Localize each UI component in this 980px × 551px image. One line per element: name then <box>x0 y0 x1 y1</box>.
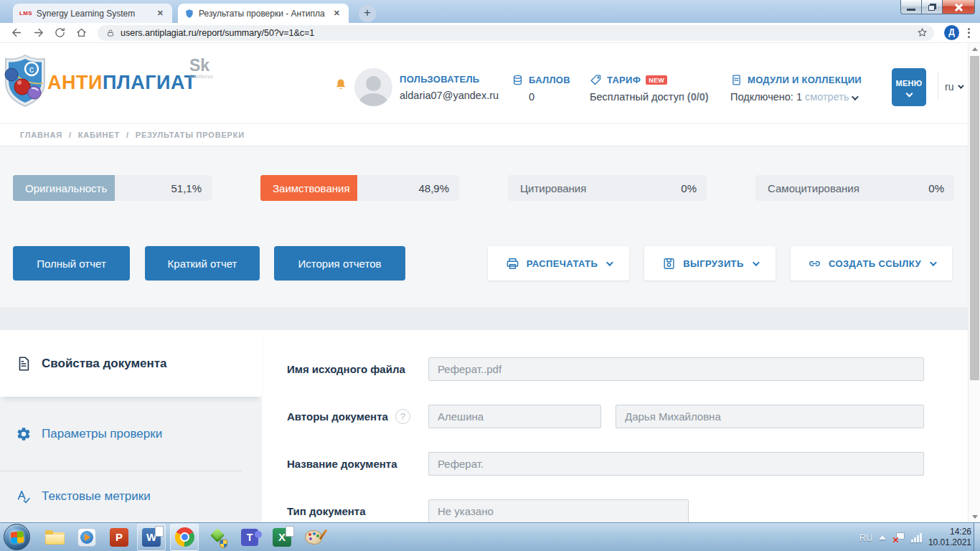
menu-button[interactable]: МЕНЮ <box>892 68 926 106</box>
notifications-bell-icon[interactable] <box>334 77 347 95</box>
export-button[interactable]: ВЫГРУЗИТЬ <box>644 246 776 281</box>
sidebar-item-text-metrics[interactable]: Текстовые метрики <box>0 471 262 522</box>
report-history-button[interactable]: История отчетов <box>274 246 405 281</box>
user-avatar[interactable] <box>354 68 392 106</box>
teams-icon: T <box>241 529 258 546</box>
browser-menu-icon[interactable] <box>963 28 974 38</box>
document-title-label: Название документа <box>287 458 397 470</box>
taskbar-chrome-icon[interactable] <box>170 524 199 551</box>
coins-icon <box>512 74 524 86</box>
document-title-input[interactable] <box>428 452 924 476</box>
signal-strength-icon[interactable] <box>911 532 922 542</box>
logo-plagiat: ПЛАГИАТ <box>103 72 197 93</box>
create-link-button-label: СОЗДАТЬ ССЫЛКУ <box>829 258 921 269</box>
network-status-icon[interactable]: ✕ <box>892 532 905 543</box>
tab-antiplagiat-report[interactable]: Результаты проверки - Антипла ✕ <box>178 4 349 23</box>
chrome-icon <box>175 527 194 547</box>
close-button[interactable] <box>943 0 975 14</box>
breadcrumb-cabinet[interactable]: КАБИНЕТ <box>78 131 120 139</box>
start-button[interactable] <box>4 524 30 550</box>
document-type-label: Тип документа <box>287 505 366 517</box>
new-tab-button[interactable]: + <box>359 5 376 22</box>
window-controls <box>900 0 975 14</box>
tariff-quota: (0/0) <box>687 91 709 103</box>
back-button[interactable] <box>8 24 25 42</box>
taskbar-windows-explorer-icon[interactable] <box>40 524 69 551</box>
print-button[interactable]: РАСПЕЧАТАТЬ <box>488 246 629 281</box>
page-viewport: c АНТИПЛАГИАТ Sk Skolkovo <box>0 43 980 522</box>
sidebar-item-label: Текстовые метрики <box>42 489 151 504</box>
tab-synergy-lms[interactable]: LMS Synergy Learning System ✕ <box>13 4 172 23</box>
menu-button-label: МЕНЮ <box>896 79 923 88</box>
bookmark-star-icon[interactable] <box>914 27 930 38</box>
breadcrumb-separator: / <box>69 131 72 139</box>
help-icon[interactable]: ? <box>395 409 410 424</box>
screen: LMS Synergy Learning System ✕ Результаты… <box>0 0 980 551</box>
page-scrollbar[interactable] <box>968 43 980 522</box>
points-block[interactable]: БАЛЛОВ 0 <box>512 74 570 103</box>
tariff-block[interactable]: ТАРИФ NEW Бесплатный доступ (0/0) <box>590 74 709 103</box>
close-tab-icon[interactable]: ✕ <box>331 7 342 19</box>
chevron-down-icon <box>753 259 760 266</box>
clock-time: 14:26 <box>928 527 971 537</box>
document-icon <box>16 356 32 372</box>
taskbar-paint-icon[interactable] <box>300 524 329 551</box>
stat-citations: Цитирования 0% <box>508 175 707 201</box>
taskbar-word-icon[interactable]: W <box>137 524 166 551</box>
restore-button[interactable] <box>922 0 943 14</box>
sidebar-item-check-parameters[interactable]: Параметры проверки <box>0 397 262 471</box>
taskbar-media-player-icon[interactable] <box>72 524 101 551</box>
forward-button[interactable] <box>29 24 47 42</box>
address-bar[interactable]: users.antiplagiat.ru/report/summary/50?v… <box>98 25 934 41</box>
points-value: 0 <box>529 91 570 103</box>
taskbar-teams-icon[interactable]: T <box>235 524 264 551</box>
author-firstname-input[interactable] <box>616 405 924 428</box>
reload-button[interactable] <box>51 24 68 42</box>
document-type-input[interactable] <box>428 499 689 522</box>
taskbar-sims-icon[interactable] <box>203 524 232 551</box>
taskbar-powerpoint-icon[interactable]: P <box>105 524 133 551</box>
lock-icon <box>106 29 115 37</box>
lms-favicon: LMS <box>19 10 32 17</box>
sidebar-item-document-properties[interactable]: Свойства документа <box>0 330 262 397</box>
scroll-up-arrow[interactable] <box>969 43 980 55</box>
minimize-icon <box>907 9 915 11</box>
tariff-label: ТАРИФ <box>607 75 641 85</box>
url-text[interactable]: users.antiplagiat.ru/report/summary/50?v… <box>121 28 914 38</box>
windows-taskbar: P W T X RU ✕ 14:26 10.01.2021 <box>0 522 980 551</box>
create-link-button[interactable]: СОЗДАТЬ ССЫЛКУ <box>791 246 952 281</box>
scroll-down-arrow[interactable] <box>969 511 980 522</box>
antiplagiat-logo-text[interactable]: АНТИПЛАГИАТ <box>47 72 197 94</box>
language-switcher[interactable]: ru <box>945 81 962 93</box>
taskbar-clock[interactable]: 14:26 10.01.2021 <box>928 527 971 548</box>
taskbar-excel-icon[interactable]: X <box>268 524 296 551</box>
modules-block[interactable]: МОДУЛИ И КОЛЛЕКЦИИ Подключено: 1 смотрет… <box>730 74 862 103</box>
antiplagiat-logo-icon[interactable]: c <box>3 53 47 110</box>
close-tab-icon[interactable]: ✕ <box>155 7 166 19</box>
report-summary-zone: Оригинальность 51,1% Заимствования 48,9%… <box>0 146 968 330</box>
site-header: c АНТИПЛАГИАТ Sk Skolkovo <box>0 43 968 123</box>
skolkovo-sk: Sk <box>189 57 214 73</box>
short-report-button[interactable]: Краткий отчет <box>145 246 260 281</box>
language-indicator[interactable]: RU <box>859 532 873 543</box>
show-desktop-button[interactable] <box>974 523 980 551</box>
document-properties-form: Имя исходного файла Авторы документа ? <box>262 330 968 522</box>
browser-profile-avatar[interactable]: Д <box>944 25 959 40</box>
breadcrumb-home[interactable]: ГЛАВНАЯ <box>20 131 62 139</box>
chevron-down-icon <box>958 83 964 88</box>
user-block[interactable]: ПОЛЬЗОВАТЕЛЬ aldaria07@yandex.ru <box>400 74 499 101</box>
scrollbar-thumb[interactable] <box>970 56 979 380</box>
filename-input[interactable] <box>428 357 924 381</box>
author-lastname-input[interactable] <box>428 405 601 428</box>
form-row-doctype: Тип документа <box>287 499 968 522</box>
sidebar-item-label: Параметры проверки <box>42 427 162 441</box>
show-hidden-icons-arrow[interactable] <box>879 535 886 540</box>
home-button[interactable] <box>72 24 90 42</box>
stat-label: Цитирования <box>520 182 586 194</box>
minimize-button[interactable] <box>900 0 922 14</box>
stat-self-citations: Самоцитирования 0% <box>755 175 954 201</box>
full-report-button[interactable]: Полный отчет <box>13 246 130 281</box>
modules-view-link[interactable]: смотреть <box>805 91 849 103</box>
modules-label: МОДУЛИ И КОЛЛЕКЦИИ <box>748 75 862 85</box>
text-check-icon <box>16 489 32 504</box>
